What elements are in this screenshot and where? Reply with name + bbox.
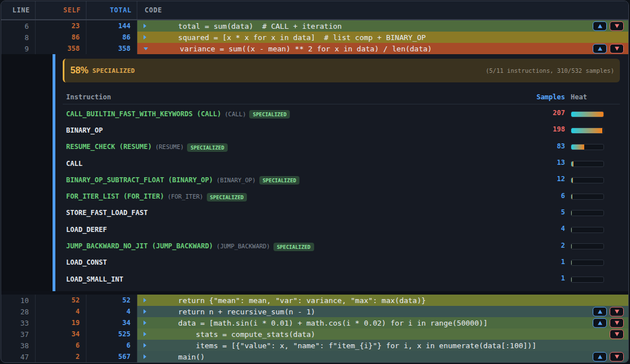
code-rows-top: 623144 total = sum(data) # CALL + iterat… <box>1 20 628 54</box>
code-rows-bottom: 105252 return {"mean": mean, "var": vari… <box>1 295 628 362</box>
code-cell[interactable]: total = sum(data) # CALL + iteration <box>137 20 628 32</box>
code-row-line-33: 331934 data = [math.sin(i * 0.01) + math… <box>1 317 628 328</box>
expand-expander-icon[interactable] <box>144 309 146 314</box>
samples-column-header[interactable]: Samples <box>525 93 565 101</box>
instruction-samples: 83 <box>525 142 565 150</box>
jump-down-button[interactable] <box>610 330 624 339</box>
instruction-row: RESUME_CHECK (RESUME)(RESUME)SPECIALIZED… <box>63 138 620 154</box>
jump-up-button[interactable] <box>593 352 607 362</box>
code-cell[interactable]: main() <box>137 351 628 362</box>
total-samples: 525 <box>86 328 137 340</box>
code-row-line-9: 9358358 variance = sum((x - mean) ** 2 f… <box>1 43 628 54</box>
code-cell[interactable]: squared = [x * x for x in data] # list c… <box>137 32 628 43</box>
triangle-down-icon <box>615 355 619 359</box>
jump-down-button[interactable] <box>610 44 624 54</box>
instruction-samples: 1 <box>525 274 565 282</box>
instruction-samples: 4 <box>525 225 565 233</box>
self-samples: 6 <box>36 340 86 351</box>
expand-expander-icon[interactable] <box>144 343 146 348</box>
code-text: variance = sum((x - mean) ** 2 for x in … <box>162 45 432 53</box>
instruction-row: LOAD_SMALL_INT1 <box>63 270 620 286</box>
instruction-samples: 5 <box>525 208 565 216</box>
profiler-table-card: LINE SELF TOTAL CODE 623144 total = sum(… <box>1 1 629 363</box>
heat-bar-fill <box>571 178 573 183</box>
column-header-self[interactable]: SELF <box>36 1 86 19</box>
instruction-name-cell: LOAD_SMALL_INT <box>63 273 525 284</box>
expand-expander-icon[interactable] <box>144 298 146 302</box>
panel-gutter <box>1 54 53 291</box>
expand-expander-icon[interactable] <box>144 321 146 325</box>
instruction-samples: 198 <box>525 125 565 133</box>
code-text: total = sum(data) # CALL + iteration <box>160 22 342 30</box>
jump-down-button[interactable] <box>610 307 624 317</box>
code-text: return n + recursive_sum(n - 1) <box>160 308 315 316</box>
specialized-badge: SPECIALIZED <box>259 176 300 185</box>
expand-expander-icon[interactable] <box>144 35 146 40</box>
code-cell[interactable]: stats = compute_stats(data) <box>137 328 628 340</box>
column-header-total[interactable]: TOTAL <box>86 1 137 19</box>
expand-expander-icon[interactable] <box>144 354 146 359</box>
collapse-expander-icon[interactable] <box>144 47 148 50</box>
triangle-up-icon <box>598 24 602 28</box>
instruction-name-cell: LOAD_DEREF <box>63 223 525 234</box>
line-number: 10 <box>1 295 36 306</box>
specialized-label: SPECIALIZED <box>93 67 135 74</box>
code-cell[interactable]: return {"mean": mean, "var": variance, "… <box>137 295 628 306</box>
instruction-name: STORE_FAST_LOAD_FAST <box>66 209 148 217</box>
code-cell[interactable]: variance = sum((x - mean) ** 2 for x in … <box>137 43 628 54</box>
heat-bar-track <box>571 260 604 266</box>
base-instruction: (BINARY_OP) <box>216 177 256 183</box>
code-row-line-47: 472567 main() <box>1 351 628 362</box>
total-samples: 144 <box>86 20 137 32</box>
triangle-up-icon <box>598 47 602 51</box>
expand-expander-icon[interactable] <box>144 332 146 336</box>
instruction-name-cell: STORE_FAST_LOAD_FAST <box>63 207 525 217</box>
jump-up-button[interactable] <box>593 21 607 31</box>
instruction-name: LOAD_SMALL_INT <box>66 275 123 283</box>
jump-up-button[interactable] <box>593 307 607 317</box>
heat-bar <box>571 275 620 282</box>
jump-down-button[interactable] <box>610 352 624 362</box>
instruction-name-cell: CALL_BUILTIN_FAST_WITH_KEYWORDS (CALL)(C… <box>63 108 525 119</box>
base-instruction: (JUMP_BACKWARD) <box>216 243 270 249</box>
expand-expander-icon[interactable] <box>144 24 146 28</box>
triangle-down-icon <box>615 310 619 314</box>
code-cell[interactable]: data = [math.sin(i * 0.01) + math.cos(i … <box>137 317 628 328</box>
heat-bar-fill <box>571 260 572 265</box>
heat-bar-fill <box>571 194 572 199</box>
instruction-samples: 6 <box>525 192 565 200</box>
code-text: stats = compute_stats(data) <box>160 330 315 339</box>
total-samples: 52 <box>86 295 137 306</box>
self-samples: 4 <box>36 306 86 317</box>
triangle-down-icon <box>615 24 619 28</box>
self-samples: 34 <box>36 328 86 340</box>
jump-up-button[interactable] <box>593 44 607 54</box>
instruction-column-header[interactable]: Instruction <box>63 93 525 101</box>
instruction-name: BINARY_OP <box>66 126 103 134</box>
heat-column-header: Heat <box>571 93 620 101</box>
instruction-name: CALL_BUILTIN_FAST_WITH_KEYWORDS (CALL) <box>66 110 221 118</box>
jump-down-button[interactable] <box>610 318 624 328</box>
base-instruction: (FOR_ITER) <box>167 193 203 200</box>
code-cell[interactable]: items = [{"value": x, "name": f"item_{i}… <box>137 340 628 351</box>
instruction-row: CALL_BUILTIN_FAST_WITH_KEYWORDS (CALL)(C… <box>63 105 620 121</box>
heat-bar-fill <box>571 144 584 150</box>
code-text: data = [math.sin(i * 0.01) + math.cos(i … <box>160 319 488 327</box>
triangle-down-icon <box>615 332 619 336</box>
heat-bar-track <box>571 227 604 233</box>
instruction-name: FOR_ITER_LIST (FOR_ITER) <box>66 192 164 200</box>
total-samples: 358 <box>86 43 137 54</box>
heat-bar-track <box>571 144 604 150</box>
line-number: 6 <box>1 20 36 32</box>
heat-bar-track <box>571 210 604 216</box>
code-cell[interactable]: return n + recursive_sum(n - 1) <box>137 306 628 317</box>
instruction-name: LOAD_DEREF <box>66 226 107 234</box>
code-row-line-28: 2844 return n + recursive_sum(n - 1) <box>1 306 628 317</box>
heat-bar-fill <box>571 227 572 233</box>
jump-up-button[interactable] <box>593 318 607 328</box>
self-samples: 23 <box>36 20 86 32</box>
code-text: squared = [x * x for x in data] # list c… <box>160 33 426 42</box>
column-header-line[interactable]: LINE <box>1 1 36 19</box>
jump-down-button[interactable] <box>610 21 624 31</box>
heat-bar <box>571 192 620 199</box>
